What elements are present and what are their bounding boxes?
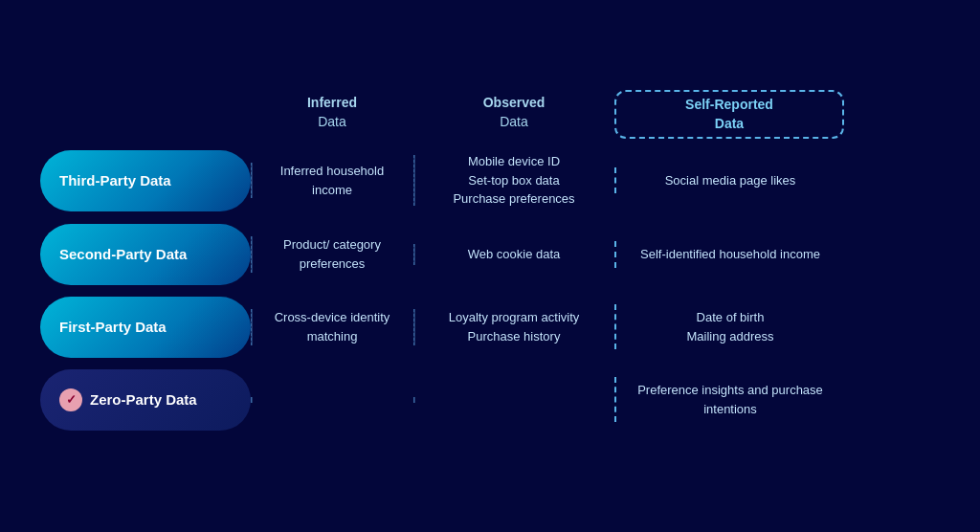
row-zero-party: ✓ Zero-Party Data Preference insights an…: [40, 369, 940, 431]
row-label-first-party: First-Party Data: [40, 297, 251, 358]
cell-first-party-inferred: Cross-device identity matching: [251, 304, 413, 349]
header-row: Inferred Data Observed Data Self-Reporte…: [40, 90, 940, 139]
row-first-party: First-Party Data Cross-device identity m…: [40, 297, 940, 358]
row-label-zero-party: ✓ Zero-Party Data: [40, 369, 251, 431]
chart-container: Inferred Data Observed Data Self-Reporte…: [21, 80, 959, 452]
row-second-party: Second-Party Data Product/ category pref…: [40, 224, 940, 285]
check-icon: ✓: [59, 388, 82, 411]
row-third-party: Third-Party Data Inferred household inco…: [40, 148, 940, 212]
cell-second-party-inferred: Product/ category preferences: [251, 232, 413, 277]
cell-zero-party-self-reported: Preference insights and purchase intenti…: [614, 377, 844, 422]
cell-zero-party-observed: [413, 396, 614, 404]
cell-zero-party-inferred: [251, 396, 413, 404]
header-self-reported: Self-Reported Data: [614, 90, 844, 139]
row-label-second-party: Second-Party Data: [40, 224, 251, 285]
cell-third-party-observed: Mobile device ID Set-top box data Purcha…: [413, 148, 614, 212]
cell-third-party-inferred: Inferred household income: [251, 158, 413, 203]
header-col1: [40, 90, 251, 139]
cell-first-party-self-reported: Date of birth Mailing address: [614, 304, 844, 349]
cell-second-party-self-reported: Self-identified household income: [614, 241, 844, 268]
cell-second-party-observed: Web cookie data: [413, 241, 614, 268]
header-inferred: Inferred Data: [251, 90, 413, 139]
cell-first-party-observed: Loyalty program activity Purchase histor…: [413, 304, 614, 349]
header-observed: Observed Data: [413, 90, 614, 139]
cell-third-party-self-reported: Social media page likes: [614, 167, 844, 194]
row-label-third-party: Third-Party Data: [40, 150, 251, 211]
